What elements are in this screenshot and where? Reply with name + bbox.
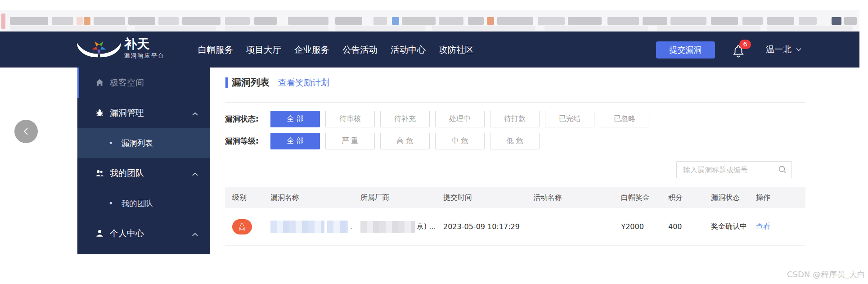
level-high-badge: 高 xyxy=(232,219,252,234)
filter-status-pending-supplement[interactable]: 待补充 xyxy=(380,111,430,127)
cell-status: 奖金确认中 xyxy=(711,208,756,245)
blurred-block xyxy=(84,17,90,25)
butian-star-wings-icon xyxy=(76,36,122,61)
team-icon xyxy=(95,169,104,177)
search-box xyxy=(676,161,792,178)
col-activity-name: 活动名称 xyxy=(533,187,621,208)
cell-submit-time: 2023-05-09 10:17:29 xyxy=(443,208,533,245)
filter-status-processing[interactable]: 处理中 xyxy=(435,111,485,127)
filter-status-ignored[interactable]: 已忽略 xyxy=(600,111,649,127)
blurred-block xyxy=(832,17,841,25)
blurred-block xyxy=(225,17,250,25)
blurred-block xyxy=(392,17,399,25)
filter-status-completed[interactable]: 已完结 xyxy=(545,111,594,127)
blurred-block xyxy=(538,17,565,25)
home-icon xyxy=(95,78,104,87)
col-submit-time: 提交时间 xyxy=(443,187,533,208)
col-vendor: 所属厂商 xyxy=(353,187,443,208)
person-icon xyxy=(95,229,104,238)
vendor-suffix: 京) ... xyxy=(417,222,436,231)
blurred-block xyxy=(373,17,387,25)
col-vulnerability-name: 漏洞名称 xyxy=(263,187,353,208)
filter-severity-critical[interactable]: 严 重 xyxy=(325,133,375,149)
blurred-block xyxy=(487,17,494,25)
sidebar-item-label: 极客空间 xyxy=(110,77,144,89)
sidebar-item-geek-space[interactable]: 极客空间 xyxy=(77,68,210,98)
blurred-block xyxy=(254,17,277,25)
filter-row-status: 漏洞状态: 全 部 待审核 待补充 处理中 待打款 已完结 已忽略 xyxy=(225,110,655,127)
nav-item-announcements[interactable]: 公告活动 xyxy=(342,44,378,56)
blurred-block xyxy=(844,17,857,25)
table-header: 级别 漏洞名称 所属厂商 提交时间 活动名称 白帽奖金 积分 漏洞状态 操作 xyxy=(225,187,805,208)
notifications-button[interactable]: 6 xyxy=(732,42,753,60)
filter-severity-high[interactable]: 高 危 xyxy=(380,133,430,149)
nav-item-project-hall[interactable]: 项目大厅 xyxy=(246,44,281,56)
sidebar-subitem-label: 我的团队 xyxy=(121,198,153,209)
search-input[interactable] xyxy=(677,166,778,174)
cell-vulnerability-name: . xyxy=(263,208,353,245)
blurred-block xyxy=(670,17,706,25)
filter-status-all[interactable]: 全 部 xyxy=(270,111,320,127)
collapse-panel-button[interactable] xyxy=(14,120,38,143)
blurred-block xyxy=(182,17,220,25)
user-menu[interactable]: 温一北 xyxy=(766,32,802,68)
sidebar-item-my-team[interactable]: 我的团队 xyxy=(77,158,210,188)
filter-severity-medium[interactable]: 中 危 xyxy=(435,133,485,149)
col-actions: 操作 xyxy=(756,187,805,208)
sidebar-subitem-my-team[interactable]: • 我的团队 xyxy=(77,188,210,218)
sidebar-item-personal-center[interactable]: 个人中心 xyxy=(77,218,210,248)
filter-label-status: 漏洞状态: xyxy=(225,114,270,124)
submit-vulnerability-button[interactable]: 提交漏洞 xyxy=(656,41,715,59)
blurred-block xyxy=(135,26,216,31)
blurred-block xyxy=(657,26,760,31)
view-detail-link[interactable]: 查看 xyxy=(756,222,770,231)
butian-logo[interactable]: 补天 漏洞响应平台 xyxy=(76,36,165,61)
nav-item-activity-center[interactable]: 活动中心 xyxy=(391,44,426,56)
filter-severity-low[interactable]: 低 危 xyxy=(490,133,540,149)
logo-text: 补天 漏洞响应平台 xyxy=(124,37,165,60)
nav-item-attack-defense-community[interactable]: 攻防社区 xyxy=(439,44,474,56)
blurred-bookmarks-bar xyxy=(0,10,859,32)
blurred-block xyxy=(497,17,533,25)
logo-title: 补天 xyxy=(124,37,165,51)
filter-status-pending-review[interactable]: 待审核 xyxy=(325,111,375,127)
cell-points: 400 xyxy=(668,208,711,245)
filter-severity-all[interactable]: 全 部 xyxy=(270,133,320,149)
chevron-up-icon xyxy=(192,109,198,118)
blurred-block xyxy=(288,17,328,25)
blurred-block xyxy=(468,17,484,25)
screen: 补天 漏洞响应平台 白帽服务 项目大厅 企业服务 公告活动 活动中心 攻防社区 … xyxy=(0,0,868,284)
csdn-watermark: CSDN @程序员_大白 xyxy=(787,269,865,280)
blurred-block xyxy=(128,17,155,25)
filter-row-severity: 漏洞等级: 全 部 严 重 高 危 中 危 低 危 xyxy=(225,132,545,149)
blurred-block xyxy=(225,26,328,31)
sidebar-subitem-label: 漏洞列表 xyxy=(121,138,153,149)
chevron-up-icon xyxy=(192,230,198,239)
main-nav: 白帽服务 项目大厅 企业服务 公告活动 活动中心 攻防社区 xyxy=(198,32,474,68)
blurred-block xyxy=(767,17,794,25)
blurred-block xyxy=(432,26,535,31)
blurred-block xyxy=(335,26,425,31)
sidebar-item-label: 个人中心 xyxy=(110,228,144,239)
filter-status-pending-payment[interactable]: 待打款 xyxy=(490,111,540,127)
page-title: 漏洞列表 xyxy=(232,76,270,89)
blurred-block xyxy=(607,17,639,25)
nav-item-enterprise-services[interactable]: 企业服务 xyxy=(294,44,329,56)
blurred-block xyxy=(158,17,179,25)
title-accent-bar xyxy=(225,77,228,88)
search-icon[interactable] xyxy=(778,165,787,174)
blurred-block xyxy=(52,17,73,25)
sidebar-subitem-vulnerability-list[interactable]: • 漏洞列表 xyxy=(77,128,210,158)
cell-reward: ¥2000 xyxy=(621,208,668,245)
logo-subtitle: 漏洞响应平台 xyxy=(124,52,165,60)
view-reward-plan-link[interactable]: 查看奖励计划 xyxy=(278,77,329,89)
col-points: 积分 xyxy=(668,187,711,208)
redacted-vulnerability-name xyxy=(270,221,324,233)
blurred-block xyxy=(643,17,667,25)
nav-item-whitehat-services[interactable]: 白帽服务 xyxy=(198,44,233,56)
blurred-block xyxy=(568,17,602,25)
cell-action: 查看 xyxy=(756,208,805,245)
blurred-block xyxy=(711,17,738,25)
top-header: 补天 漏洞响应平台 白帽服务 项目大厅 企业服务 公告活动 活动中心 攻防社区 … xyxy=(0,32,859,68)
sidebar-item-vulnerability-management[interactable]: 漏洞管理 xyxy=(77,98,210,128)
